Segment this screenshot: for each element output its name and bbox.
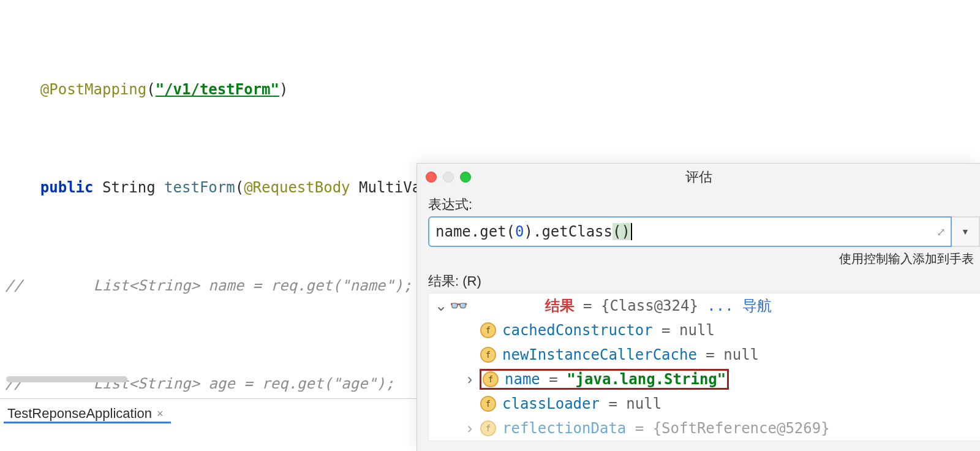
field-row[interactable]: f cachedConstructor = null: [429, 318, 980, 343]
field-icon: f: [480, 322, 496, 338]
field-row-highlighted[interactable]: › f name = "java.lang.String": [429, 367, 980, 392]
field-row[interactable]: f newInstanceCallerCache = null: [429, 343, 980, 367]
field-icon: f: [483, 371, 499, 387]
expression-input[interactable]: name.get(0).getClass() ⤢: [428, 216, 952, 247]
method-name: testForm: [164, 179, 235, 196]
tab-label: TestReponseApplication: [7, 406, 152, 422]
close-icon[interactable]: ×: [157, 407, 164, 420]
field-icon: f: [480, 347, 496, 363]
watch-icon: 👓: [450, 297, 468, 314]
field-icon: f: [480, 420, 496, 436]
code-line: @PostMapping("/v1/testForm"): [0, 77, 980, 102]
text-caret: [631, 223, 632, 240]
field-row[interactable]: › f reflectionData = {SoftReference@5269…: [429, 416, 980, 441]
tab-test-response-application[interactable]: TestReponseApplication ×: [4, 402, 171, 423]
field-row[interactable]: f classLoader = null: [429, 392, 980, 416]
dialog-titlebar[interactable]: 评估: [417, 164, 980, 191]
result-tree[interactable]: ⌄ 👓 结果 = {Class@324} ... 导航 f cachedCons…: [428, 293, 980, 441]
navigate-link[interactable]: ... 导航: [707, 297, 772, 314]
chevron-right-icon[interactable]: ›: [466, 371, 474, 388]
dialog-title: 评估: [417, 168, 980, 186]
chevron-down-icon[interactable]: ⌄: [435, 297, 443, 314]
chevron-right-icon[interactable]: ›: [466, 420, 474, 437]
annotation-requestbody: @RequestBody: [244, 179, 350, 196]
scrollbar-thumb[interactable]: [6, 376, 127, 382]
hint-text: 使用控制输入添加到手表: [417, 251, 974, 267]
field-icon: f: [480, 396, 496, 412]
expression-history-dropdown[interactable]: ▼: [952, 216, 980, 247]
result-root[interactable]: ⌄ 👓 结果 = {Class@324} ... 导航: [429, 294, 980, 318]
mapping-url[interactable]: "/v1/testForm": [156, 81, 279, 98]
expand-icon[interactable]: ⤢: [937, 226, 946, 238]
expression-label: 表达式:: [428, 195, 969, 214]
horizontal-scrollbar[interactable]: [6, 375, 410, 384]
annotation-postmapping: @PostMapping: [40, 81, 146, 98]
evaluate-dialog: 评估 表达式: name.get(0).getClass() ⤢ ▼ 使用控制输…: [417, 163, 980, 451]
